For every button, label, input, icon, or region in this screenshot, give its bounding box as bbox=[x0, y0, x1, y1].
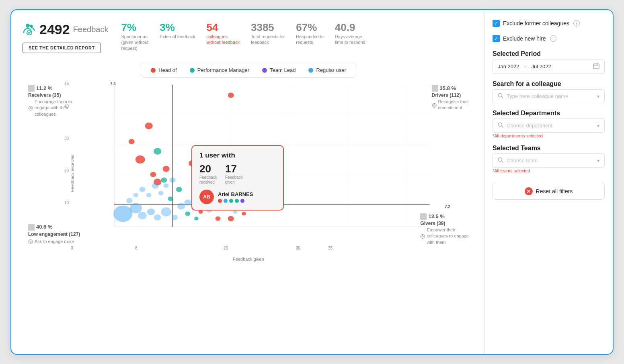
legend-dot-regular-user bbox=[308, 68, 313, 73]
stat-value-requests: 3385 bbox=[251, 21, 274, 34]
department-dropdown[interactable]: Choose department ▾ bbox=[493, 119, 605, 133]
quadrant-tr-pct: 35.8 % bbox=[440, 85, 456, 92]
svg-point-50 bbox=[184, 200, 191, 206]
exclude-newhire-checkbox[interactable]: ✓ bbox=[493, 35, 500, 42]
reset-x-icon: ✕ bbox=[525, 187, 533, 195]
legend-perf-manager: Performance Manager bbox=[190, 67, 249, 73]
period-section-title: Selected Period bbox=[493, 50, 605, 57]
svg-point-56 bbox=[233, 210, 238, 214]
stat-value-responded: 67% bbox=[296, 21, 317, 34]
tooltip-user-info: Ariel BARNES bbox=[218, 191, 253, 203]
exclude-newhire-row: ✓ Exclude new hire i bbox=[493, 35, 605, 44]
team-chevron-icon: ▾ bbox=[597, 158, 599, 164]
calendar-icon bbox=[593, 63, 599, 70]
quadrant-tl-pct: 11.2 % bbox=[36, 85, 52, 92]
legend-dot-head-of bbox=[151, 68, 156, 73]
svg-point-41 bbox=[194, 217, 199, 220]
svg-point-31 bbox=[199, 210, 203, 214]
stat-value-days: 40.9 bbox=[335, 21, 355, 34]
stat-responded: 67% Responded torequests bbox=[296, 21, 324, 45]
exclude-former-checkbox-row: ✓ Exclude former colleagues i bbox=[493, 20, 605, 27]
stats-row: 7% Spontaneous(given withoutrequest) 3% … bbox=[121, 21, 365, 51]
x-axis-label-0: 0 bbox=[71, 246, 73, 250]
team-search-icon bbox=[498, 157, 503, 164]
stat-label-responded: Responded torequests bbox=[296, 34, 324, 45]
svg-line-74 bbox=[502, 126, 503, 128]
exclude-newhire-info-icon[interactable]: i bbox=[550, 35, 556, 42]
team-section: Selected Teams Choose team ▾ *All teams … bbox=[493, 145, 605, 173]
stat-label-without: colleagueswithout feedback bbox=[206, 34, 240, 45]
stat-value-spontaneous: 7% bbox=[121, 21, 136, 34]
stat-requests: 3385 Total requests forfeedback bbox=[251, 21, 285, 45]
stat-label-spontaneous: Spontaneous(given withoutrequest) bbox=[121, 34, 148, 51]
exclude-former-label: Exclude former colleagues bbox=[503, 20, 569, 27]
department-chevron-icon: ▾ bbox=[597, 123, 599, 129]
svg-point-32 bbox=[216, 216, 221, 221]
x-axis-label-20: 20 bbox=[224, 246, 228, 250]
svg-point-46 bbox=[154, 215, 161, 221]
exclude-former-info-icon[interactable]: i bbox=[573, 20, 580, 27]
stat-value-external: 3% bbox=[160, 21, 175, 34]
team-all-note: *All teams selected bbox=[493, 168, 605, 173]
x-axis-label-35: 35 bbox=[328, 246, 333, 250]
svg-point-40 bbox=[185, 211, 190, 216]
svg-line-72 bbox=[502, 97, 503, 98]
see-report-button[interactable]: SEE THE DETAILED REPORT bbox=[23, 43, 101, 53]
svg-point-59 bbox=[140, 187, 146, 192]
exclude-former-checkbox[interactable]: ✓ bbox=[493, 20, 500, 27]
exclude-former-row: ✓ Exclude former colleagues i bbox=[493, 20, 605, 29]
right-panel: ✓ Exclude former colleagues i ✓ Exclude … bbox=[484, 10, 613, 354]
quadrant-bl-pct: 40.6 % bbox=[36, 223, 52, 231]
svg-point-23 bbox=[163, 166, 170, 172]
stat-label-days: Days averagetime to respond bbox=[335, 34, 365, 45]
tooltip-received-val: 20 bbox=[199, 163, 211, 175]
colleague-chevron-icon: ▾ bbox=[597, 94, 599, 99]
svg-point-63 bbox=[164, 184, 169, 188]
svg-point-34 bbox=[242, 212, 246, 215]
check-icon: ✓ bbox=[494, 21, 498, 26]
legend-label-regular-user: Regular user bbox=[316, 67, 346, 73]
dot-2 bbox=[224, 199, 228, 203]
colleague-search-dropdown[interactable]: Type here colleague name ▾ bbox=[493, 89, 605, 103]
chart-container: 11.2 % Receivers (35) ◎ Encourage them t… bbox=[23, 81, 474, 266]
team-dropdown[interactable]: Choose team ▾ bbox=[493, 153, 605, 168]
header-row: 2492 Feedback SEE THE DETAILED REPORT 7%… bbox=[23, 21, 474, 53]
quadrant-tl-title: Receivers (35) bbox=[28, 92, 72, 99]
quadrant-top-left: 11.2 % Receivers (35) ◎ Encourage them t… bbox=[28, 85, 72, 117]
tooltip-given-label: Feedbackgiven bbox=[225, 175, 243, 185]
legend-label-head-of: Head of bbox=[158, 67, 177, 73]
svg-line-76 bbox=[502, 161, 503, 163]
svg-point-39 bbox=[176, 187, 182, 192]
brand-title: 2492 Feedback bbox=[23, 21, 108, 38]
tooltip-received-label: Feedbackreceived bbox=[199, 175, 217, 185]
stat-without: 54 colleagueswithout feedback bbox=[206, 21, 240, 45]
period-section: Selected Period Jan 2022 → Jul 2022 bbox=[493, 50, 605, 74]
reset-filters-button[interactable]: ✕ Reset all filters bbox=[493, 183, 605, 200]
colleague-section: Search for a colleague Type here colleag… bbox=[493, 80, 605, 103]
svg-point-1 bbox=[30, 25, 33, 28]
exclude-newhire-checkbox-row: ✓ Exclude new hire i bbox=[493, 35, 605, 42]
svg-point-57 bbox=[126, 198, 132, 203]
period-picker[interactable]: Jan 2022 → Jul 2022 bbox=[493, 59, 605, 74]
svg-rect-67 bbox=[593, 64, 599, 69]
left-panel: 2492 Feedback SEE THE DETAILED REPORT 7%… bbox=[11, 10, 484, 354]
y-axis-label-0: 0 bbox=[64, 233, 67, 237]
main-card: 2492 Feedback SEE THE DETAILED REPORT 7%… bbox=[10, 9, 614, 355]
tooltip-given-val: 17 bbox=[225, 163, 237, 175]
stat-external: 3% External feedback bbox=[160, 21, 195, 39]
brand-icon bbox=[23, 21, 36, 38]
legend-dot-team-lead bbox=[262, 68, 267, 73]
department-all-note: *All departments selected bbox=[493, 133, 605, 138]
svg-point-44 bbox=[138, 212, 146, 219]
period-to: Jul 2022 bbox=[532, 63, 551, 70]
svg-point-37 bbox=[161, 178, 167, 183]
svg-point-43 bbox=[130, 203, 142, 213]
tooltip-stat-given: 17 Feedbackgiven bbox=[225, 163, 243, 185]
department-section-title: Selected Departments bbox=[493, 110, 605, 117]
legend-regular-user: Regular user bbox=[308, 67, 346, 73]
department-search-icon bbox=[498, 122, 503, 129]
colleague-placeholder: Type here colleague name bbox=[507, 93, 568, 99]
tooltip-popup: 1 user with 20 Feedbackreceived 17 Feedb… bbox=[191, 145, 284, 211]
department-section: Selected Departments Choose department ▾… bbox=[493, 110, 605, 138]
stat-label-external: External feedback bbox=[160, 34, 195, 39]
